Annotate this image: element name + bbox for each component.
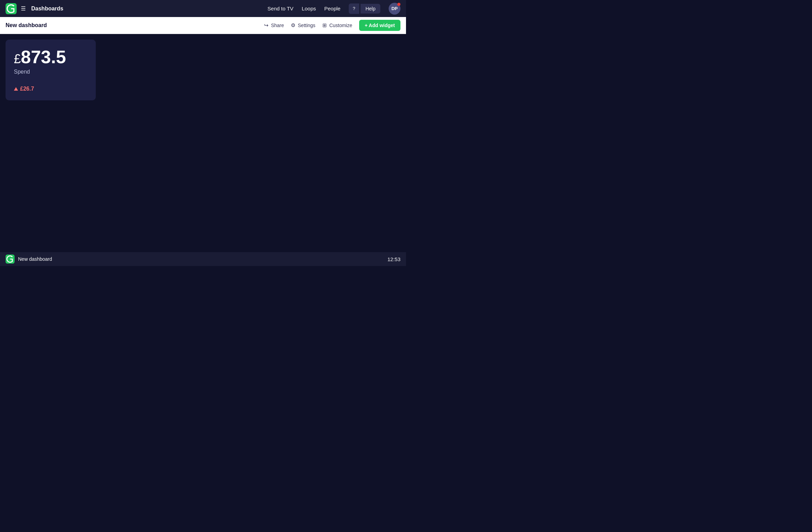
widget-change-amount: 26.7 (23, 86, 34, 92)
footer-dashboard-title: New dashboard (18, 256, 52, 262)
settings-label: Settings (298, 23, 315, 28)
widget-change-value: £26.7 (20, 86, 34, 92)
help-group: ? Help (349, 3, 380, 14)
widget-currency: £ (14, 52, 21, 66)
footer-logo (6, 255, 15, 264)
dashboard-title: New dashboard (6, 22, 264, 28)
share-label: Share (271, 23, 284, 28)
navbar-title: Dashboards (31, 6, 263, 12)
avatar-initials: DP (391, 6, 398, 11)
widget-value: 873.5 (21, 47, 66, 67)
widget-change: £26.7 (14, 86, 87, 92)
subheader-actions: ↪ Share ⚙ Settings ⊞ Customize + Add wid… (264, 20, 400, 31)
widget-amount-container: £873.5 Spend (14, 48, 87, 81)
menu-icon[interactable]: ☰ (21, 5, 26, 12)
nav-people[interactable]: People (324, 6, 340, 11)
add-widget-button[interactable]: + Add widget (359, 20, 400, 31)
help-button[interactable]: Help (361, 4, 380, 14)
avatar-notification-badge (397, 3, 400, 6)
navbar: ☰ Dashboards Send to TV Loops People ? H… (0, 0, 406, 17)
up-arrow-icon (14, 87, 18, 91)
spend-widget[interactable]: £873.5 Spend £26.7 (6, 40, 96, 100)
footer-time: 12:53 (387, 256, 400, 262)
app-logo[interactable] (6, 3, 17, 14)
share-icon: ↪ (264, 22, 269, 28)
navbar-actions: Send to TV Loops People ? Help DP (268, 3, 400, 15)
nav-send-to-tv[interactable]: Send to TV (268, 6, 294, 11)
subheader: New dashboard ↪ Share ⚙ Settings ⊞ Custo… (0, 17, 406, 34)
settings-button[interactable]: ⚙ Settings (291, 22, 315, 28)
customize-button[interactable]: ⊞ Customize (322, 22, 352, 28)
nav-loops[interactable]: Loops (302, 6, 316, 11)
widget-amount: £873.5 (14, 48, 87, 66)
help-question-button[interactable]: ? (349, 3, 359, 14)
share-button[interactable]: ↪ Share (264, 22, 284, 28)
avatar[interactable]: DP (389, 3, 400, 15)
widget-change-currency: £ (20, 86, 23, 92)
settings-icon: ⚙ (291, 22, 295, 28)
add-widget-label: + Add widget (365, 23, 395, 28)
customize-icon: ⊞ (322, 22, 327, 28)
customize-label: Customize (329, 23, 352, 28)
footer-left: New dashboard (6, 255, 52, 264)
main-content: £873.5 Spend £26.7 (0, 34, 406, 252)
widget-label: Spend (14, 69, 87, 75)
footer: New dashboard 12:53 (0, 252, 406, 266)
